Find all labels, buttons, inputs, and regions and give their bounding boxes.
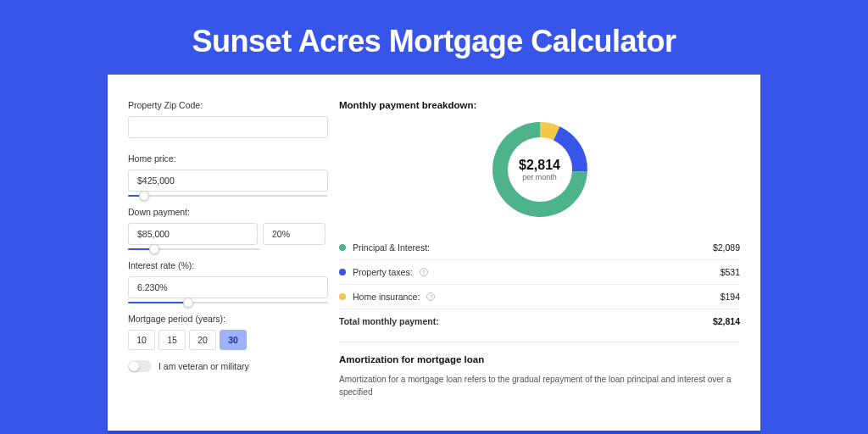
zip-group: Property Zip Code:: [128, 100, 324, 138]
veteran-row: I am veteran or military: [128, 360, 324, 372]
breakdown-item-value: $194: [721, 292, 740, 302]
down-payment-pct-input[interactable]: [263, 223, 326, 245]
interest-label: Interest rate (%):: [128, 260, 324, 270]
veteran-toggle[interactable]: [128, 360, 152, 372]
zip-label: Property Zip Code:: [128, 100, 324, 110]
breakdown-row: Home insurance:?$194: [339, 285, 740, 309]
home-price-label: Home price:: [128, 153, 324, 164]
legend-dot: [339, 244, 346, 251]
legend-dot: [339, 269, 346, 275]
interest-input[interactable]: [128, 276, 328, 298]
period-button-10[interactable]: 10: [128, 330, 155, 350]
total-value: $2,814: [713, 316, 740, 326]
breakdown-rows: Principal & Interest:$2,089Property taxe…: [339, 236, 740, 333]
zip-input[interactable]: [128, 116, 328, 138]
period-label: Mortgage period (years):: [128, 314, 324, 324]
home-price-slider[interactable]: [128, 195, 328, 197]
interest-slider[interactable]: [128, 302, 328, 303]
interest-slider-thumb[interactable]: [183, 298, 193, 308]
breakdown-item-label: Property taxes:: [353, 267, 413, 277]
home-price-slider-thumb[interactable]: [139, 191, 149, 201]
down-payment-slider[interactable]: [128, 248, 260, 250]
period-group: Mortgage period (years): 10152030: [128, 314, 324, 350]
donut-amount: $2,814: [519, 158, 560, 173]
amort-desc: Amortization for a mortgage loan refers …: [339, 373, 740, 398]
down-payment-group: Down payment:: [128, 207, 324, 245]
period-button-30[interactable]: 30: [220, 330, 247, 350]
donut-center: $2,814 per month: [489, 119, 591, 220]
breakdown-item-value: $531: [721, 267, 740, 277]
page-title: Sunset Acres Mortgage Calculator: [0, 0, 868, 75]
breakdown-item-value: $2,089: [713, 242, 740, 253]
down-payment-slider-thumb[interactable]: [149, 244, 159, 254]
home-price-input[interactable]: [128, 170, 328, 192]
info-icon[interactable]: ?: [420, 268, 428, 276]
breakdown-panel: Monthly payment breakdown: $2,814 per mo…: [324, 75, 760, 431]
period-button-15[interactable]: 15: [159, 330, 186, 350]
calculator-card: Property Zip Code: Home price: Down paym…: [108, 75, 760, 431]
breakdown-header: Monthly payment breakdown:: [339, 100, 740, 110]
info-icon[interactable]: ?: [426, 292, 435, 301]
down-payment-label: Down payment:: [128, 207, 324, 217]
period-button-row: 10152030: [128, 330, 324, 350]
interest-group: Interest rate (%):: [128, 260, 324, 298]
divider: [339, 342, 740, 342]
down-payment-input[interactable]: [128, 223, 258, 245]
legend-dot: [339, 293, 346, 300]
form-panel: Property Zip Code: Home price: Down paym…: [108, 75, 324, 431]
veteran-label: I am veteran or military: [159, 361, 249, 371]
home-price-group: Home price:: [128, 153, 324, 192]
amort-header: Amortization for mortgage loan: [339, 354, 740, 364]
period-button-20[interactable]: 20: [189, 330, 216, 350]
interest-slider-fill: [128, 302, 188, 303]
breakdown-item-label: Home insurance:: [353, 292, 420, 302]
breakdown-row: Property taxes:?$531: [339, 260, 740, 285]
breakdown-item-label: Principal & Interest:: [353, 242, 430, 253]
breakdown-donut: $2,814 per month: [489, 119, 591, 220]
total-label: Total monthly payment:: [339, 316, 439, 326]
breakdown-row: Principal & Interest:$2,089: [339, 236, 740, 260]
donut-sub: per month: [522, 173, 557, 181]
breakdown-total-row: Total monthly payment:$2,814: [339, 309, 740, 333]
